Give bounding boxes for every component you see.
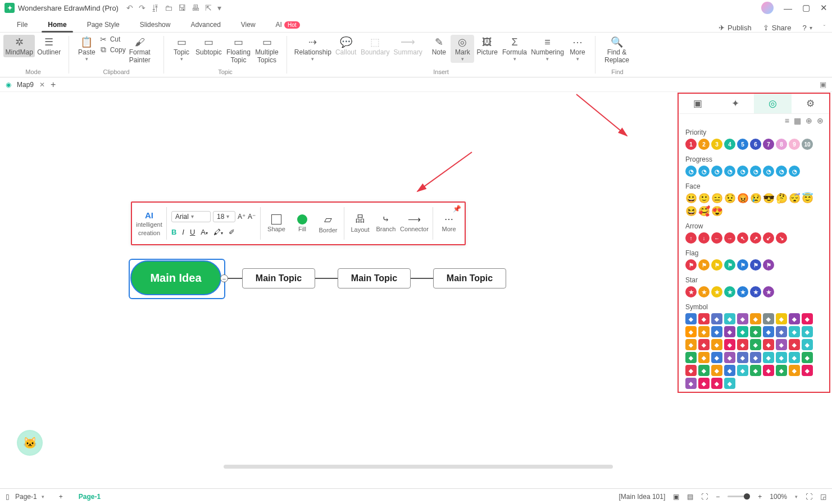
pin-icon[interactable]: 📌 xyxy=(453,205,461,213)
mark-chip[interactable]: ◆ xyxy=(724,378,735,389)
mark-chip[interactable]: ◆ xyxy=(724,326,735,337)
mark-chip[interactable]: ◆ xyxy=(789,352,800,363)
relationship-button[interactable]: ⇢Relationship▾ xyxy=(293,35,333,63)
subtopic-button[interactable]: ▭Subtopic xyxy=(193,35,224,57)
shape-button[interactable]: Shape xyxy=(265,205,288,242)
mark-chip[interactable]: ★ xyxy=(750,286,761,297)
mark-chip[interactable]: ◆ xyxy=(802,352,813,363)
menu-advanced[interactable]: Advanced xyxy=(180,17,230,32)
mark-chip[interactable]: ◔ xyxy=(737,166,748,177)
mark-chip[interactable]: ◆ xyxy=(685,313,697,324)
print-icon[interactable]: 🖶 xyxy=(192,3,199,12)
highlight-button[interactable]: 🖍▾ xyxy=(213,228,223,236)
cut-button[interactable]: ✂Cut xyxy=(99,35,126,44)
font-increase-icon[interactable]: A⁺ xyxy=(238,213,245,221)
fit-icon[interactable]: ⛶ xyxy=(701,493,708,501)
expand-panel-icon[interactable]: ▣ xyxy=(820,80,826,89)
mark-chip[interactable]: ◔ xyxy=(763,166,774,177)
mark-chip[interactable]: ◆ xyxy=(698,313,710,324)
mark-chip[interactable]: ◆ xyxy=(685,339,697,350)
menu-slideshow[interactable]: Slideshow xyxy=(130,17,181,32)
mindmap-mode-button[interactable]: ✲MindMap xyxy=(3,35,35,57)
mark-chip[interactable]: ◆ xyxy=(724,365,735,376)
layout-button[interactable]: 品Layout xyxy=(349,205,371,242)
collapse-toggle[interactable]: – xyxy=(220,274,228,282)
mark-chip[interactable]: ◆ xyxy=(685,352,697,363)
mark-chip[interactable]: ★ xyxy=(698,286,710,297)
mark-chip[interactable]: ★ xyxy=(737,286,748,297)
mark-chip[interactable]: ◆ xyxy=(724,352,735,363)
mark-chip[interactable]: ◆ xyxy=(737,365,748,376)
mark-chip[interactable]: ◆ xyxy=(698,339,710,350)
list-view-icon[interactable]: ≡ xyxy=(785,116,789,125)
page-link[interactable]: Page-1 xyxy=(79,493,101,501)
mark-chip[interactable]: ↓ xyxy=(698,232,710,244)
mark-chip[interactable]: ★ xyxy=(685,286,697,297)
mark-chip[interactable]: ⚑ xyxy=(698,259,710,271)
face-mark[interactable]: 😎 xyxy=(763,193,774,204)
mark-chip[interactable]: ◆ xyxy=(776,326,787,337)
topic-node-2[interactable]: Main Topic xyxy=(338,268,411,288)
mark-chip[interactable]: ↙ xyxy=(763,232,774,244)
page-select[interactable]: Page-1 xyxy=(15,493,37,501)
face-mark[interactable]: 😀 xyxy=(685,193,697,204)
multiple-topics-button[interactable]: ▭MultipleTopics xyxy=(253,35,281,65)
mark-chip[interactable]: 8 xyxy=(776,139,787,150)
format-painter-button[interactable]: 🖌FormatPainter xyxy=(126,35,154,65)
horizontal-scrollbar[interactable] xyxy=(224,465,613,469)
menu-page-style[interactable]: Page Style xyxy=(77,17,130,32)
floating-topic-button[interactable]: ▭FloatingTopic xyxy=(224,35,253,65)
mark-chip[interactable]: ◆ xyxy=(711,352,722,363)
zoom-value[interactable]: 100% xyxy=(770,493,787,501)
custom-mark-icon[interactable]: ⊛ xyxy=(817,116,824,125)
assistant-fab[interactable]: 🐱 xyxy=(17,430,43,456)
mark-chip[interactable]: ◆ xyxy=(750,352,761,363)
mark-chip[interactable]: 10 xyxy=(802,139,813,150)
redo-icon[interactable]: ↷ xyxy=(139,3,146,12)
mark-chip[interactable]: ◆ xyxy=(802,365,813,376)
mark-chip[interactable]: ◔ xyxy=(685,166,697,177)
mark-chip[interactable]: 6 xyxy=(750,139,761,150)
publish-button[interactable]: ✈Publish xyxy=(719,24,752,32)
mark-chip[interactable]: ◆ xyxy=(763,339,774,350)
mark-chip[interactable]: ◆ xyxy=(789,313,800,324)
mark-chip[interactable]: ⚑ xyxy=(724,259,735,271)
mark-chip[interactable]: ◆ xyxy=(750,326,761,337)
connector-button[interactable]: ⟶Connector xyxy=(401,205,428,242)
font-family-select[interactable]: Arial▾ xyxy=(171,211,211,222)
mark-button[interactable]: ◎Mark▾ xyxy=(451,35,474,63)
face-mark[interactable]: 😇 xyxy=(802,193,813,204)
menu-home[interactable]: Home xyxy=(38,17,76,32)
copy-button[interactable]: ⧉Copy xyxy=(99,45,126,54)
panel-tab-2[interactable]: ✦ xyxy=(716,94,754,113)
face-mark[interactable]: 😡 xyxy=(737,193,748,204)
face-mark[interactable]: 🥰 xyxy=(698,205,710,217)
help-button[interactable]: ?▾ xyxy=(802,24,812,32)
undo-icon[interactable]: ↶ xyxy=(126,3,133,12)
face-mark[interactable]: 😟 xyxy=(724,193,735,204)
picture-button[interactable]: 🖼Picture xyxy=(474,35,500,57)
mark-chip[interactable]: ◆ xyxy=(737,313,748,324)
add-mark-icon[interactable]: ⊕ xyxy=(806,116,812,125)
summary-button[interactable]: ⟶Summary xyxy=(392,35,424,57)
mark-chip[interactable]: ◆ xyxy=(711,365,722,376)
mark-chip[interactable]: ◆ xyxy=(737,352,748,363)
underline-button[interactable]: U xyxy=(190,228,195,236)
minimize-icon[interactable]: — xyxy=(784,3,792,13)
mark-chip[interactable]: ◆ xyxy=(724,339,735,350)
mark-chip[interactable]: 3 xyxy=(711,139,722,150)
panel-tab-mark[interactable]: ◎ xyxy=(754,94,792,113)
bold-button[interactable]: B xyxy=(171,228,176,236)
view-2-icon[interactable]: ▤ xyxy=(687,493,693,501)
mark-chip[interactable]: ◆ xyxy=(711,378,722,389)
ai-creation-button[interactable]: AI intelligent creation xyxy=(137,205,162,242)
qat-dropdown-icon[interactable]: ▾ xyxy=(217,3,221,12)
font-size-select[interactable]: 18▾ xyxy=(213,211,235,222)
numbering-button[interactable]: ≡Numbering▾ xyxy=(529,35,566,63)
more-insert-button[interactable]: ⋯More▾ xyxy=(566,35,589,63)
menu-ai[interactable]: AI Hot xyxy=(266,17,310,32)
mark-chip[interactable]: ◆ xyxy=(698,365,710,376)
mark-chip[interactable]: ◆ xyxy=(711,326,722,337)
face-mark[interactable]: 😢 xyxy=(750,193,761,204)
mark-chip[interactable]: → xyxy=(724,232,735,244)
